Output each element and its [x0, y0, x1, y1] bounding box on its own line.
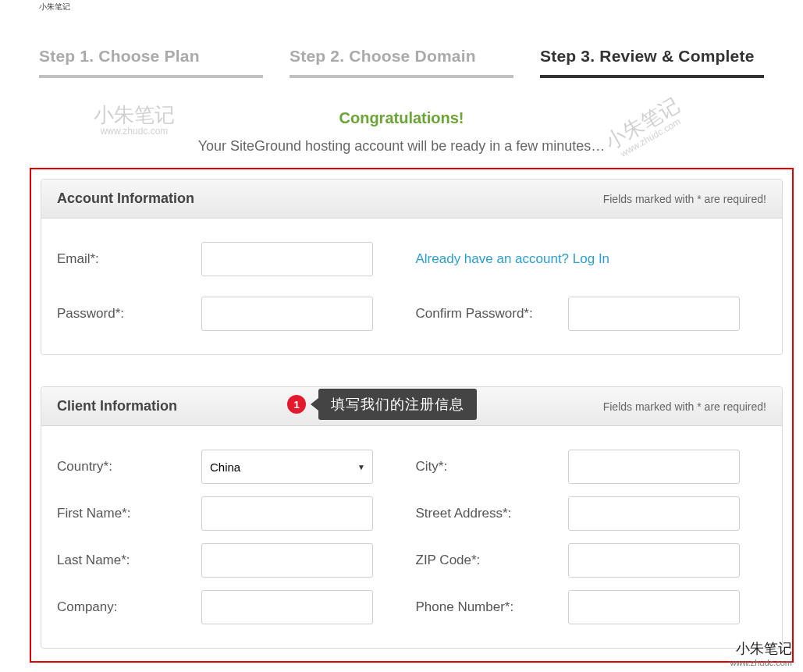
- street-address-field[interactable]: [568, 496, 740, 531]
- client-panel-body: Country*: China City*: First Name*:: [41, 426, 782, 648]
- street-address-label: Street Address*:: [416, 506, 568, 521]
- login-link[interactable]: Already have an account? Log In: [416, 251, 610, 267]
- password-field[interactable]: [201, 297, 373, 331]
- zip-code-field[interactable]: [568, 543, 740, 578]
- phone-number-field[interactable]: [568, 590, 740, 624]
- zip-code-label: ZIP Code*:: [416, 553, 568, 568]
- client-panel-title: Client Information: [57, 398, 177, 414]
- account-panel-header: Account Information Fields marked with *…: [41, 180, 782, 219]
- watermark-bottom-right: 小朱笔记 www.zhudc.com: [730, 639, 792, 667]
- city-field[interactable]: [568, 450, 740, 484]
- annotation-arrow-icon: [311, 398, 318, 411]
- password-label: Password*:: [57, 306, 201, 322]
- congrats-subtext: Your SiteGround hosting account will be …: [39, 138, 764, 155]
- step-choose-plan[interactable]: Step 1. Choose Plan: [39, 47, 263, 78]
- last-name-label: Last Name*:: [57, 553, 201, 568]
- client-panel: Client Information Fields marked with * …: [41, 386, 783, 649]
- annotation-callout: 1 填写我们的注册信息: [287, 389, 477, 420]
- confirm-password-label: Confirm Password*:: [416, 306, 568, 322]
- account-panel: Account Information Fields marked with *…: [41, 179, 783, 355]
- annotation-text: 填写我们的注册信息: [318, 389, 477, 420]
- email-label: Email*:: [57, 251, 201, 267]
- phone-number-label: Phone Number*:: [416, 599, 568, 615]
- country-select[interactable]: China: [201, 450, 373, 484]
- account-panel-title: Account Information: [57, 190, 194, 207]
- email-field[interactable]: [201, 242, 373, 276]
- first-name-field[interactable]: [201, 496, 373, 531]
- progress-steps: Step 1. Choose Plan Step 2. Choose Domai…: [39, 47, 764, 78]
- annotation-number-badge: 1: [287, 395, 306, 414]
- confirm-password-field[interactable]: [568, 297, 740, 331]
- first-name-label: First Name*:: [57, 506, 201, 521]
- page-container: Step 1. Choose Plan Step 2. Choose Domai…: [0, 0, 803, 155]
- company-label: Company:: [57, 599, 201, 615]
- required-note: Fields marked with * are required!: [603, 193, 766, 205]
- step-review-complete[interactable]: Step 3. Review & Complete: [540, 47, 764, 78]
- city-label: City*:: [416, 459, 568, 475]
- required-note: Fields marked with * are required!: [603, 400, 766, 413]
- step-choose-domain[interactable]: Step 2. Choose Domain: [290, 47, 513, 78]
- last-name-field[interactable]: [201, 543, 373, 578]
- account-panel-body: Email*: Already have an account? Log In …: [41, 219, 782, 354]
- company-field[interactable]: [201, 590, 373, 624]
- congrats-heading: Congratulations!: [39, 109, 764, 127]
- country-label: Country*:: [57, 459, 201, 475]
